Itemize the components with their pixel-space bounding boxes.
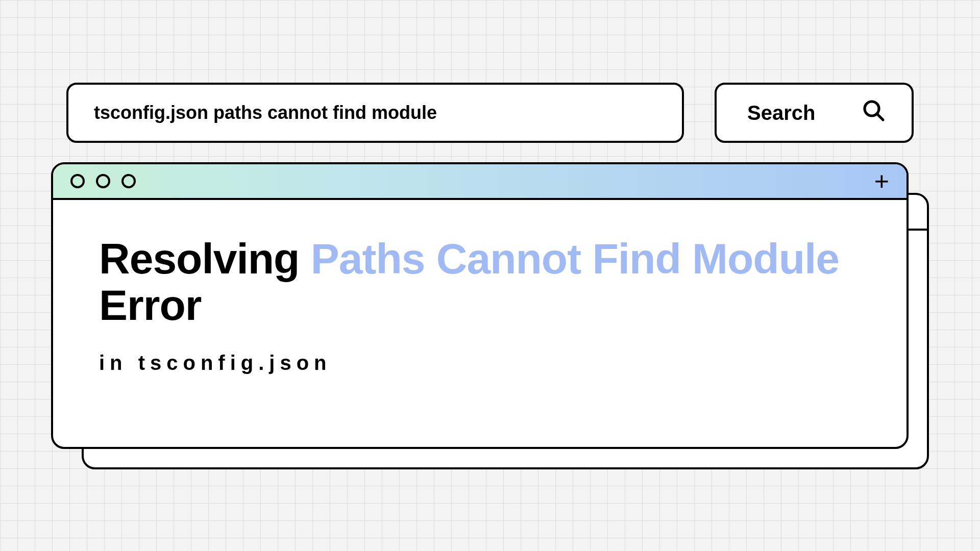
svg-line-1 — [877, 114, 883, 120]
search-row: tsconfig.json paths cannot find module S… — [66, 83, 914, 143]
window-control-dots — [70, 174, 136, 188]
headline-pre: Resolving — [99, 235, 311, 283]
main-window: + Resolving Paths Cannot Find Module Err… — [51, 162, 909, 449]
window-dot-icon[interactable] — [70, 174, 85, 188]
window-titlebar: + — [53, 164, 906, 200]
window-stack: + Resolving Paths Cannot Find Module Err… — [51, 162, 929, 469]
headline-highlight: Paths Cannot Find Module — [311, 235, 839, 283]
search-query-text: tsconfig.json paths cannot find module — [94, 102, 437, 123]
search-icon — [862, 98, 886, 128]
subheadline: in tsconfig.json — [99, 352, 861, 374]
search-button[interactable]: Search — [715, 83, 914, 143]
window-dot-icon[interactable] — [96, 174, 110, 188]
window-dot-icon[interactable] — [121, 174, 136, 188]
search-query-box[interactable]: tsconfig.json paths cannot find module — [66, 83, 684, 143]
search-button-label: Search — [747, 102, 815, 124]
plus-icon[interactable]: + — [874, 168, 889, 194]
window-content: Resolving Paths Cannot Find Module Error… — [53, 200, 906, 447]
headline-post: Error — [99, 281, 201, 329]
headline: Resolving Paths Cannot Find Module Error — [99, 236, 861, 328]
